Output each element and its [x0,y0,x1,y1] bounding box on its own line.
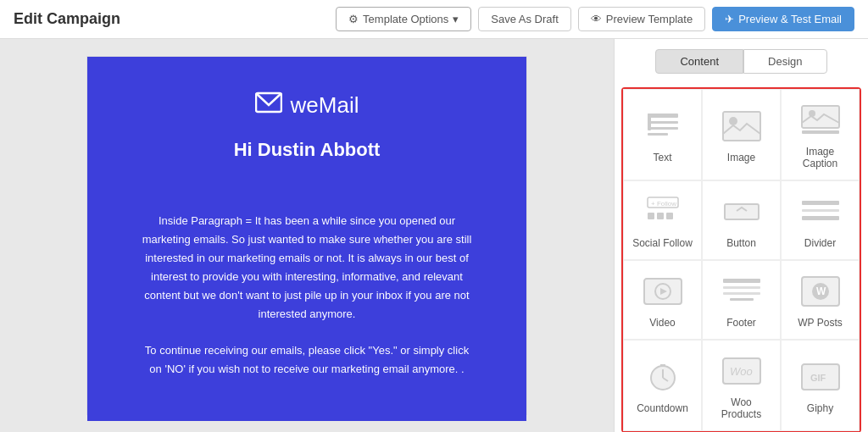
block-wp-posts[interactable]: W WP Posts [781,260,860,340]
image-caption-block-label: Image Caption [788,146,852,169]
block-social-follow[interactable]: + Follow Social Follow [623,180,702,260]
video-block-icon [640,273,686,310]
block-image[interactable]: Image [702,89,781,180]
image-block-icon [719,108,765,145]
svg-rect-25 [723,292,760,295]
block-divider[interactable]: Divider [781,180,860,260]
svg-rect-23 [723,279,760,283]
svg-rect-15 [666,213,673,219]
text-block-label: Text [653,152,671,163]
sidebar-tabs: Content Design [615,39,868,80]
svg-rect-2 [648,121,678,124]
button-block-icon [719,193,765,230]
main-layout: weMail Hi Dustin Abbott Inside Paragraph… [0,39,868,432]
email-logo-text: weMail [291,92,359,119]
svg-point-7 [729,117,737,125]
button-block-label: Button [726,237,756,249]
divider-block-label: Divider [804,237,836,249]
svg-rect-5 [648,114,651,130]
email-preview-area: weMail Hi Dustin Abbott Inside Paragraph… [0,39,614,432]
svg-rect-24 [723,286,760,289]
text-block-icon [640,108,686,145]
image-block-label: Image [727,152,755,163]
block-video[interactable]: Video [623,260,702,340]
svg-rect-17 [802,201,839,205]
email-body: Inside Paragraph = It has been a while s… [87,186,526,421]
template-options-button[interactable]: ⚙ Template Options ▾ [336,7,471,31]
block-text[interactable]: Text [623,89,702,180]
svg-text:Woo: Woo [730,365,753,378]
email-canvas: weMail Hi Dustin Abbott Inside Paragraph… [86,56,527,415]
svg-rect-19 [802,216,839,220]
video-block-label: Video [649,317,675,329]
svg-text:W: W [816,285,826,297]
giphy-block-icon: GIF [798,358,843,396]
svg-rect-18 [802,209,839,212]
email-paragraph-2: To continue receiving our emails, please… [138,341,476,379]
block-countdown[interactable]: Countdown [623,340,702,431]
svg-rect-14 [657,213,664,219]
blocks-grid: Text Image [621,87,861,432]
footer-block-icon [719,273,765,310]
block-image-caption[interactable]: Image Caption [781,89,860,180]
woo-block-label: Woo Products [709,396,773,420]
save-draft-button[interactable]: Save As Draft [478,7,570,31]
block-woo-products[interactable]: Woo Woo Products [702,340,781,431]
email-heading: Hi Dustin Abbott [234,139,381,161]
svg-text:+ Follow: + Follow [651,200,676,208]
page-title: Edit Campaign [14,10,120,28]
block-giphy[interactable]: GIF Giphy [781,340,860,431]
giphy-block-label: Giphy [807,402,833,414]
chevron-down-icon: ▾ [453,13,459,25]
block-button[interactable]: Button [702,180,781,260]
svg-rect-10 [802,130,839,134]
footer-block-label: Footer [726,317,756,329]
countdown-block-label: Countdown [637,402,688,414]
svg-rect-13 [648,213,654,219]
top-bar-actions: ⚙ Template Options ▾ Save As Draft 👁 Pre… [336,7,854,31]
image-caption-block-icon [798,102,843,139]
social-block-icon: + Follow [640,193,686,230]
social-block-label: Social Follow [632,237,693,249]
wp-posts-block-icon: W [798,273,843,310]
wemail-logo-icon [255,91,282,120]
svg-rect-3 [648,127,678,130]
preview-template-button[interactable]: 👁 Preview Template [578,7,705,31]
sidebar: Content Design Text [614,39,868,432]
svg-rect-26 [730,298,754,301]
woo-block-icon: Woo [719,352,765,390]
tab-design[interactable]: Design [743,49,826,74]
wp-posts-block-label: WP Posts [798,317,842,329]
svg-rect-16 [725,204,759,219]
svg-text:GIF: GIF [810,373,826,383]
preview-test-button[interactable]: ✈ Preview & Test Email [712,7,854,31]
svg-rect-1 [648,114,678,118]
countdown-block-icon [640,358,686,396]
send-icon: ✈ [725,13,734,25]
gear-icon: ⚙ [348,13,359,25]
tab-content[interactable]: Content [655,49,743,74]
svg-rect-4 [648,133,668,136]
email-logo: weMail [255,91,359,120]
block-footer[interactable]: Footer [702,260,781,340]
divider-block-icon [798,193,843,230]
email-paragraph-1: Inside Paragraph = It has been a while s… [138,212,476,324]
svg-rect-6 [723,112,760,141]
email-header: weMail Hi Dustin Abbott [87,57,526,186]
top-bar: Edit Campaign ⚙ Template Options ▾ Save … [0,0,868,39]
eye-icon: 👁 [591,13,602,25]
